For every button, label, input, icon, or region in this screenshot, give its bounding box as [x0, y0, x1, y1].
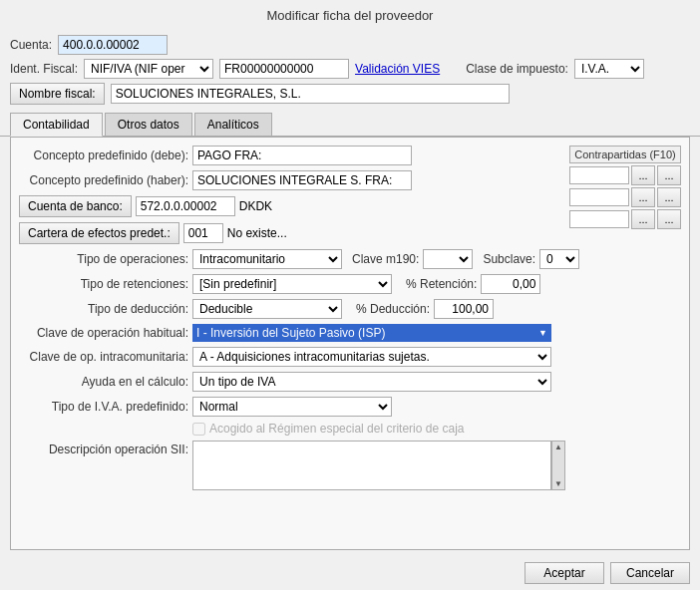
contrapartidas-label: Contrapartidas (F10) — [569, 146, 681, 163]
concepto-haber-row: Concepto predefinido (haber): — [19, 170, 563, 190]
acogido-row: Acogido al Régimen especial del criterio… — [192, 422, 681, 436]
ayuda-calculo-label: Ayuda en el cálculo: — [19, 375, 188, 389]
concepto-debe-row: Concepto predefinido (debe): — [19, 146, 563, 165]
cuenta-banco-row: Cuenta de banco: DKDK — [19, 195, 563, 217]
acogido-label: Acogido al Régimen especial del criterio… — [209, 422, 464, 436]
scroll-down-icon[interactable]: ▼ — [554, 479, 562, 488]
clave-operacion-arrow: ▼ — [538, 328, 547, 338]
ident-fiscal-input[interactable] — [219, 59, 349, 79]
tab-analiticos[interactable]: Analíticos — [194, 113, 272, 136]
tipo-operaciones-select[interactable]: Intracomunitario — [192, 249, 342, 269]
tab-bar: Contabilidad Otros datos Analíticos — [0, 113, 700, 137]
nombre-fiscal-button[interactable]: Nombre fiscal: — [10, 83, 105, 105]
tipo-retenciones-row: Tipo de retenciones: [Sin predefinir] % … — [19, 274, 681, 294]
left-section: Concepto predefinido (debe): Concepto pr… — [19, 146, 563, 249]
clave-intracomunitaria-select[interactable]: A - Adquisiciones intracomunitarias suje… — [192, 347, 551, 367]
ident-fiscal-select[interactable]: NIF/IVA (NIF oper — [84, 59, 213, 79]
acogido-checkbox[interactable] — [192, 423, 205, 436]
scrollbar[interactable]: ▲ ▼ — [551, 441, 565, 490]
subclave-select[interactable]: 0 — [539, 249, 579, 269]
concepto-debe-label: Concepto predefinido (debe): — [19, 148, 188, 162]
tipo-deduccion-label: Tipo de deducción: — [19, 302, 188, 316]
contra-btn-1a[interactable]: ... — [631, 165, 655, 185]
bottom-bar: Aceptar Cancelar — [0, 556, 700, 590]
cuenta-input[interactable] — [58, 35, 168, 55]
concepto-haber-label: Concepto predefinido (haber): — [19, 173, 188, 187]
contra-btn-1b[interactable]: ... — [657, 165, 681, 185]
tipo-iva-select[interactable]: Normal — [192, 397, 392, 417]
clave-m190-label: Clave m190: — [352, 252, 419, 266]
clave-intracomunitaria-row: Clave de op. intracomunitaria: A - Adqui… — [19, 347, 681, 367]
aceptar-button[interactable]: Aceptar — [525, 562, 604, 584]
header-section: Cuenta: Ident. Fiscal: NIF/IVA (NIF oper… — [0, 31, 700, 113]
contra-btn-2b[interactable]: ... — [657, 187, 681, 207]
contra-row-2: ... ... — [569, 187, 681, 207]
contrapartidas-section: Contrapartidas (F10) ... ... ... ... — [569, 146, 681, 249]
descripcion-textarea[interactable] — [192, 441, 551, 490]
clave-operacion-label: Clave de operación habitual: — [19, 326, 188, 340]
clave-operacion-selected[interactable]: I - Inversión del Sujeto Pasivo (ISP) ▼ — [192, 324, 551, 342]
cuenta-banco-extra: DKDK — [239, 199, 272, 213]
subclave-label: Subclave: — [483, 252, 535, 266]
pct-retencion-input[interactable] — [481, 274, 540, 294]
tipo-iva-row: Tipo de I.V.A. predefinido: Normal — [19, 397, 681, 417]
cuenta-banco-button[interactable]: Cuenta de banco: — [19, 195, 132, 217]
cartera-row: Cartera de efectos predet.: No existe... — [19, 222, 563, 244]
ayuda-calculo-select[interactable]: Un tipo de IVA — [192, 372, 551, 392]
tab-otros-datos[interactable]: Otros datos — [105, 113, 192, 136]
clave-intracomunitaria-label: Clave de op. intracomunitaria: — [19, 350, 188, 364]
clave-m190-select[interactable] — [423, 249, 473, 269]
tipo-deduccion-select[interactable]: Deducible — [192, 299, 342, 319]
tipo-retenciones-select[interactable]: [Sin predefinir] — [192, 274, 392, 294]
validacion-vies-link[interactable]: Validación VIES — [355, 62, 440, 76]
contra-input-3a[interactable] — [569, 210, 629, 228]
clave-operacion-row: Clave de operación habitual: I - Inversi… — [19, 324, 681, 342]
tipo-operaciones-row: Tipo de operaciones: Intracomunitario Cl… — [19, 249, 681, 269]
ayuda-calculo-row: Ayuda en el cálculo: Un tipo de IVA — [19, 372, 681, 392]
main-content: Concepto predefinido (debe): Concepto pr… — [19, 146, 681, 249]
ident-fiscal-label: Ident. Fiscal: — [10, 62, 78, 76]
descripcion-row: Descripción operación SII: ▲ ▼ — [19, 441, 681, 490]
pct-retencion-label: % Retención: — [406, 277, 477, 291]
pct-deduccion-label: % Deducción: — [356, 302, 430, 316]
window-title: Modificar ficha del proveedor — [0, 0, 700, 31]
contra-input-2a[interactable] — [569, 188, 629, 206]
window: Modificar ficha del proveedor Cuenta: Id… — [0, 0, 700, 590]
clase-impuesto-select[interactable]: I.V.A. — [574, 59, 644, 79]
scroll-up-icon[interactable]: ▲ — [554, 442, 562, 451]
cuenta-row: Cuenta: — [10, 35, 690, 55]
concepto-debe-input[interactable] — [192, 146, 412, 165]
clase-impuesto-label: Clase de impuesto: — [466, 62, 568, 76]
cartera-extra: No existe... — [227, 226, 287, 240]
contra-input-1a[interactable] — [569, 166, 629, 184]
clave-operacion-value: I - Inversión del Sujeto Pasivo (ISP) — [196, 326, 538, 340]
nombre-fiscal-row: Nombre fiscal: — [10, 83, 690, 105]
cuenta-banco-input[interactable] — [136, 196, 235, 216]
pct-deduccion-input[interactable] — [434, 299, 494, 319]
contra-btn-3a[interactable]: ... — [631, 209, 655, 229]
ident-fiscal-row: Ident. Fiscal: NIF/IVA (NIF oper Validac… — [10, 59, 690, 79]
cartera-button[interactable]: Cartera de efectos predet.: — [19, 222, 179, 244]
descripcion-label: Descripción operación SII: — [19, 441, 188, 456]
cancelar-button[interactable]: Cancelar — [610, 562, 690, 584]
contra-row-3: ... ... — [569, 209, 681, 229]
nombre-fiscal-input[interactable] — [111, 84, 510, 104]
tab-contabilidad[interactable]: Contabilidad — [10, 113, 103, 137]
tipo-iva-label: Tipo de I.V.A. predefinido: — [19, 400, 188, 414]
contra-btn-3b[interactable]: ... — [657, 209, 681, 229]
tipo-deduccion-row: Tipo de deducción: Deducible % Deducción… — [19, 299, 681, 319]
textarea-wrapper: ▲ ▼ — [192, 441, 681, 490]
tipo-operaciones-label: Tipo de operaciones: — [19, 252, 188, 266]
contra-row-1: ... ... — [569, 165, 681, 185]
contra-btn-2a[interactable]: ... — [631, 187, 655, 207]
cartera-input[interactable] — [183, 223, 223, 243]
cuenta-label: Cuenta: — [10, 38, 52, 52]
tipo-retenciones-label: Tipo de retenciones: — [19, 277, 188, 291]
tab-content-contabilidad: Concepto predefinido (debe): Concepto pr… — [10, 137, 690, 550]
concepto-haber-input[interactable] — [192, 170, 412, 190]
